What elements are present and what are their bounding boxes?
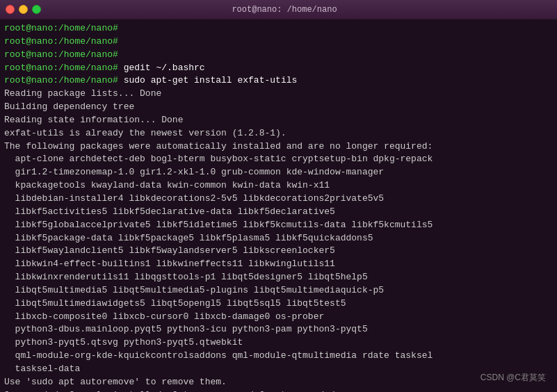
terminal-line: gir1.2-timezonemap-1.0 gir1.2-xkl-1.0 gr… bbox=[4, 166, 553, 179]
terminal-line: python3-pyqt5.qtsvg python3-pyqt5.qtwebk… bbox=[4, 336, 553, 350]
terminal-line: root@nano:/home/nano# bbox=[4, 22, 553, 35]
close-button[interactable] bbox=[6, 5, 15, 14]
terminal-line: libkf5activities5 libkf5declarative-data… bbox=[4, 206, 553, 219]
minimize-button[interactable] bbox=[19, 5, 28, 14]
terminal-line: apt-clone archdetect-deb bogl-bterm busy… bbox=[4, 153, 553, 166]
window-title: root@nano: /home/nano bbox=[45, 5, 524, 15]
terminal-body[interactable]: root@nano:/home/nano# root@nano:/home/na… bbox=[0, 19, 557, 392]
terminal-line: libkwinxrenderutils11 libqgsttools-p1 li… bbox=[4, 271, 553, 284]
terminal-line: libxcb-composite0 libxcb-cursor0 libxcb-… bbox=[4, 311, 553, 324]
maximize-button[interactable] bbox=[32, 5, 41, 14]
terminal-line: Building dependency tree bbox=[4, 101, 553, 114]
terminal-line: python3-dbus.mainloop.pyqt5 python3-icu … bbox=[4, 323, 553, 336]
terminal-line: libkwin4-effect-builtins1 libkwineffects… bbox=[4, 258, 553, 271]
terminal-line: libdebian-installer4 libkdecorations2-5v… bbox=[4, 193, 553, 206]
terminal-line: libkf5package-data libkf5package5 libkf5… bbox=[4, 232, 553, 245]
terminal-line: root@nano:/home/nano# gedit ~/.bashrc bbox=[4, 62, 553, 75]
terminal-line: Reading package lists... Done bbox=[4, 88, 553, 101]
terminal-line: root@nano:/home/nano# bbox=[4, 49, 553, 62]
terminal-line: tasksel-data bbox=[4, 363, 553, 376]
title-bar: root@nano: /home/nano bbox=[0, 0, 557, 19]
terminal-line: 0 upgraded, 0 newly installed, 0 to remo… bbox=[4, 389, 553, 392]
terminal-line: Use 'sudo apt autoremove' to remove them… bbox=[4, 376, 553, 389]
terminal-line: root@nano:/home/nano# bbox=[4, 35, 553, 49]
terminal-line: Reading state information... Done bbox=[4, 114, 553, 127]
terminal-line: libkf5globalaccelprivate5 libkf5idletime… bbox=[4, 219, 553, 232]
terminal-line: exfat-utils is already the newest versio… bbox=[4, 127, 553, 140]
terminal-line: root@nano:/home/nano# sudo apt-get insta… bbox=[4, 74, 553, 88]
terminal-line: The following packages were automaticall… bbox=[4, 140, 553, 154]
terminal-line: libkf5waylandclient5 libkf5waylandserver… bbox=[4, 245, 553, 258]
watermark: CSDN @C君莫笑 bbox=[481, 372, 546, 384]
terminal-line: qml-module-org-kde-kquickcontrolsaddons … bbox=[4, 350, 553, 363]
terminal-line: kpackagetools kwayland-data kwin-common … bbox=[4, 179, 553, 193]
terminal-line: libqt5multimedia5 libqt5multimedia5-plug… bbox=[4, 284, 553, 297]
terminal-line: libqt5multimediawidgets5 libqt5opengl5 l… bbox=[4, 297, 553, 311]
